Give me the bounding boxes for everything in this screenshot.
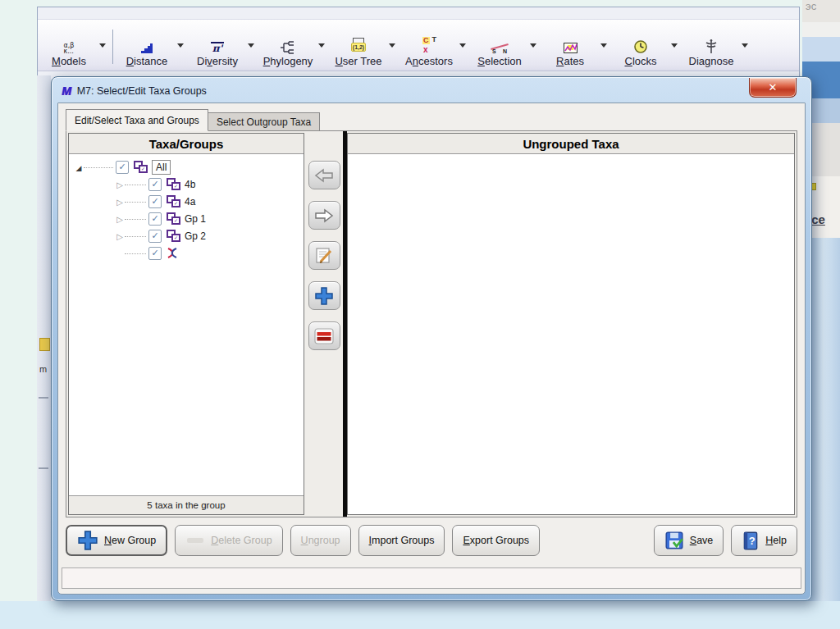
tree-item-4b[interactable]: 4b	[69, 175, 304, 193]
move-left-button[interactable]	[308, 161, 340, 189]
dropdown-arrow-icon[interactable]	[742, 43, 748, 48]
tree-connector	[125, 253, 146, 254]
tree-connector	[125, 218, 146, 220]
toolbar-item-diagnose[interactable]: Diagnose	[682, 34, 752, 67]
dropdown-arrow-icon[interactable]	[530, 43, 536, 48]
ungrouped-taxa-panel: Ungrouped Taxa	[347, 133, 795, 515]
tree-item-gp2[interactable]: Gp 2	[69, 227, 304, 244]
button-label: Ungroup	[301, 535, 340, 546]
checkbox-checked[interactable]	[148, 247, 162, 260]
taxa-groups-tree[interactable]: All 4b	[69, 154, 304, 495]
diversity-button[interactable]: π' Diversity	[188, 34, 247, 67]
taxa-groups-dialog: M M7: Select/Edit Taxa Groups ✕ Edit/Sel…	[51, 76, 812, 601]
diagnose-icon	[705, 34, 718, 54]
tree-item-taxon[interactable]	[69, 244, 304, 262]
dropdown-arrow-icon[interactable]	[318, 43, 325, 48]
delete-group-button[interactable]: Delete Group	[175, 525, 282, 556]
remove-group-button[interactable]	[308, 321, 340, 350]
arrow-left-icon	[313, 167, 335, 184]
dropdown-arrow-icon[interactable]	[459, 43, 466, 48]
export-groups-button[interactable]: Export Groups	[452, 525, 540, 556]
dropdown-arrow-icon[interactable]	[671, 43, 678, 48]
dropdown-arrow-icon[interactable]	[99, 43, 106, 48]
move-right-button[interactable]	[308, 201, 340, 230]
ungroup-button[interactable]: Ungroup	[290, 525, 351, 556]
ancestors-label: Ancestors	[405, 55, 453, 67]
transfer-button-column	[306, 133, 342, 515]
checkbox-checked[interactable]	[148, 230, 162, 243]
tree-item-all[interactable]: All	[69, 158, 304, 175]
phylogeny-label: Phylogeny	[263, 55, 313, 67]
dialog-title: M7: Select/Edit Taxa Groups	[77, 85, 207, 97]
help-icon: ?	[742, 531, 760, 551]
toolbar-item-rates[interactable]: Rates	[541, 34, 611, 67]
tree-item-gp1[interactable]: Gp 1	[69, 210, 304, 227]
close-icon: ✕	[769, 81, 778, 93]
checkbox-checked[interactable]	[148, 195, 162, 208]
ungrouped-taxa-list[interactable]	[348, 154, 794, 514]
button-label: Save	[690, 535, 714, 546]
group-icon	[166, 212, 180, 225]
group-count-status: 5 taxa in the group	[69, 495, 304, 514]
tree-item-4a[interactable]: 4a	[69, 193, 304, 210]
button-label: Export Groups	[463, 535, 529, 546]
clocks-button[interactable]: Clocks	[611, 34, 670, 67]
minus-icon	[313, 327, 335, 345]
dropdown-arrow-icon[interactable]	[600, 43, 607, 48]
partial-divider	[39, 397, 48, 399]
dialog-client-area: Edit/Select Taxa and Groups Select Outgr…	[57, 103, 806, 595]
collapse-arrow-icon[interactable]	[115, 230, 125, 242]
edit-icon	[314, 247, 334, 265]
toolbar-item-phylogeny[interactable]: Phylogeny	[258, 34, 329, 67]
checkbox-checked[interactable]	[148, 212, 162, 226]
tree-item-label[interactable]: Gp 2	[185, 230, 206, 242]
help-button[interactable]: ? Help	[731, 525, 797, 556]
selection-button[interactable]: S N Selection	[470, 34, 529, 67]
toolbar-item-user-tree[interactable]: (1,2) User Tree	[329, 34, 399, 67]
toolbar-item-clocks[interactable]: Clocks	[611, 34, 682, 67]
edit-group-button[interactable]	[308, 241, 340, 270]
close-button[interactable]: ✕	[749, 78, 797, 98]
add-group-button[interactable]	[308, 281, 340, 310]
new-group-button[interactable]: New Group	[66, 525, 167, 556]
tab-label: Edit/Select Taxa and Groups	[75, 115, 199, 126]
diagnose-button[interactable]: Diagnose	[682, 34, 741, 67]
models-button[interactable]: α,βκ... Models	[39, 34, 98, 67]
tab-label: Select Outgroup Taxa	[217, 116, 311, 128]
tree-item-label[interactable]: Gp 1	[185, 213, 206, 225]
dropdown-arrow-icon[interactable]	[389, 43, 395, 48]
collapse-arrow-icon[interactable]	[115, 213, 125, 225]
collapse-arrow-icon[interactable]	[115, 179, 125, 190]
save-button[interactable]: Save	[654, 525, 724, 556]
phylogeny-button[interactable]: Phylogeny	[258, 34, 317, 67]
dialog-titlebar[interactable]: M M7: Select/Edit Taxa Groups	[62, 82, 737, 100]
toolbar-item-models[interactable]: α,βκ... Models	[39, 34, 110, 67]
partial-icon	[39, 338, 50, 351]
ancestors-button[interactable]: C T x Ancestors	[399, 34, 459, 67]
toolbar-item-ancestors[interactable]: C T x Ancestors	[399, 34, 470, 67]
tab-edit-select-taxa[interactable]: Edit/Select Taxa and Groups	[66, 109, 208, 131]
rates-label: Rates	[556, 55, 584, 67]
toolbar-item-diversity[interactable]: π' Diversity	[188, 34, 258, 67]
diversity-label: Diversity	[197, 55, 238, 67]
user-tree-button[interactable]: (1,2) User Tree	[329, 34, 388, 67]
user-tree-icon: (1,2)	[351, 34, 366, 54]
dropdown-arrow-icon[interactable]	[248, 43, 254, 48]
rates-button[interactable]: Rates	[541, 34, 600, 67]
distance-button[interactable]: Distance	[117, 34, 176, 67]
import-groups-button[interactable]: Import Groups	[358, 525, 445, 556]
tree-item-label[interactable]: 4b	[185, 179, 195, 190]
toolbar-item-distance[interactable]: Distance	[117, 34, 188, 67]
dialog-status-bar	[62, 567, 801, 589]
ungrouped-taxa-header: Ungrouped Taxa	[348, 134, 794, 154]
dropdown-arrow-icon[interactable]	[177, 43, 184, 48]
checkbox-checked[interactable]	[116, 161, 129, 174]
checkbox-checked[interactable]	[148, 178, 162, 191]
expand-arrow-icon[interactable]	[74, 162, 84, 173]
tree-item-label[interactable]: 4a	[185, 196, 195, 207]
toolbar-item-selection[interactable]: S N Selection	[470, 34, 541, 67]
tab-select-outgroup[interactable]: Select Outgroup Taxa	[208, 112, 320, 131]
svg-text:?: ?	[749, 535, 756, 547]
tree-item-label[interactable]: All	[152, 160, 171, 175]
collapse-arrow-icon[interactable]	[115, 196, 125, 207]
